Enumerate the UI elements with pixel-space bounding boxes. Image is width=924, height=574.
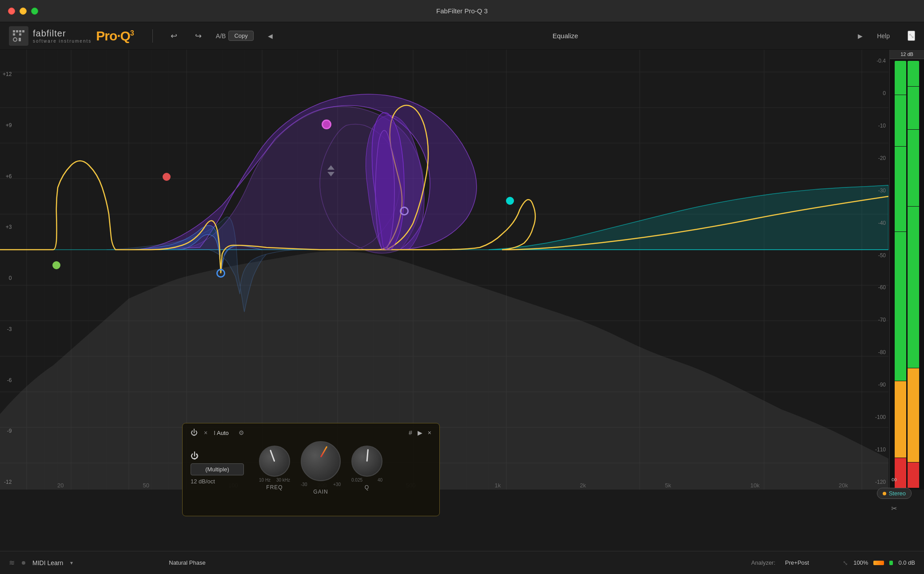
freq-2k: 2k bbox=[580, 482, 586, 489]
analyzer-mode[interactable]: Pre+Post bbox=[785, 559, 809, 566]
band-node-2[interactable] bbox=[163, 173, 171, 181]
arrow-right-button[interactable]: ▶ bbox=[854, 31, 866, 41]
db-label-0: -0.4 bbox=[875, 58, 888, 64]
band-gear-button[interactable]: ⚙ bbox=[239, 429, 244, 436]
window-controls bbox=[8, 8, 38, 15]
copy-button[interactable]: Copy bbox=[228, 31, 253, 41]
expand-button[interactable]: ⤡ bbox=[908, 31, 915, 41]
freq-knob-range: 10 Hz 30 kHz bbox=[259, 478, 290, 482]
meter-left-channel bbox=[895, 61, 906, 488]
stereo-link-icon[interactable]: ∞ bbox=[891, 475, 897, 484]
midi-learn-arrow[interactable]: ▾ bbox=[70, 560, 73, 566]
logo-icon bbox=[9, 26, 28, 46]
meter-right-channel bbox=[908, 61, 919, 488]
logo-text: fabfilter software instruments bbox=[33, 28, 92, 44]
freq-20k: 20k bbox=[839, 482, 848, 489]
maximize-button[interactable] bbox=[31, 8, 38, 15]
db-label-10: -90 bbox=[875, 382, 888, 388]
gain-bar-yellow bbox=[873, 561, 884, 565]
band-node-6[interactable] bbox=[506, 197, 514, 205]
gain-db-m9: -9 bbox=[3, 428, 13, 434]
svg-rect-4 bbox=[19, 33, 21, 36]
stereo-dot bbox=[883, 492, 886, 495]
band-node-5[interactable] bbox=[400, 207, 409, 215]
midi-learn-button[interactable]: MIDI Learn bbox=[32, 559, 63, 566]
q-knob-label: Q bbox=[365, 484, 369, 490]
band-close-icon[interactable]: × bbox=[428, 429, 431, 436]
band-drag-down[interactable] bbox=[327, 172, 335, 176]
gain-knob-range: -30 +30 bbox=[301, 482, 341, 487]
db-label-12: -110 bbox=[875, 446, 888, 453]
toolbar-separator bbox=[152, 29, 153, 43]
eq-area: -0.4 0 -10 -20 -30 -40 -50 -60 -70 -80 -… bbox=[0, 50, 924, 538]
gain-db-m3: -3 bbox=[3, 326, 13, 332]
stereo-text: Stereo bbox=[889, 490, 906, 497]
filter-power-icon[interactable]: ⏻ bbox=[191, 451, 244, 461]
phase-mode-label[interactable]: Natural Phase bbox=[169, 559, 205, 566]
db-label-6: -50 bbox=[875, 252, 888, 259]
gain-db-scale: +12 +9 +6 +3 0 -3 -6 -9 -12 bbox=[3, 68, 13, 489]
waveform-icon: ≋ bbox=[9, 558, 15, 567]
q-knob[interactable] bbox=[351, 446, 382, 477]
db-label-9: -80 bbox=[875, 349, 888, 355]
gain-bar-green bbox=[889, 561, 893, 565]
zoom-level: 100% bbox=[853, 559, 868, 566]
filter-type-label[interactable]: (Multiple) bbox=[191, 463, 244, 475]
gain-knob-container: -30 +30 GAIN bbox=[301, 441, 341, 495]
ab-copy-section: A/B Copy bbox=[216, 31, 254, 41]
svg-rect-7 bbox=[19, 38, 21, 41]
gain-value: 0.0 dB bbox=[898, 559, 915, 566]
undo-button[interactable]: ↩ bbox=[167, 29, 181, 43]
db-label-4: -30 bbox=[875, 187, 888, 194]
band-node-1[interactable] bbox=[52, 261, 60, 269]
logo-brand: fabfilter bbox=[33, 28, 66, 39]
band-x-button[interactable]: × bbox=[204, 429, 207, 436]
auto-label: ⁞ Auto bbox=[214, 430, 229, 436]
resize-icon[interactable]: ⤡ bbox=[843, 559, 848, 566]
stereo-label: Stereo bbox=[877, 488, 912, 499]
arrow-left-button[interactable]: ◀ bbox=[264, 31, 276, 41]
gain-db-0: 0 bbox=[3, 275, 13, 281]
gain-db-3: +3 bbox=[3, 224, 13, 230]
header-toolbar: fabfilter software instruments Pro·Q3 ↩ … bbox=[0, 22, 924, 50]
db-label-1: 0 bbox=[875, 90, 888, 96]
gain-db-12: +12 bbox=[3, 71, 13, 77]
scissors-icon[interactable]: ✂ bbox=[891, 504, 897, 513]
freq-50: 50 bbox=[143, 482, 149, 489]
band-power-button[interactable]: ⏻ bbox=[191, 429, 198, 437]
gain-db-m6: -6 bbox=[3, 377, 13, 383]
window-title: FabFilter Pro-Q 3 bbox=[436, 7, 488, 15]
bottom-bar: ≋ MIDI Learn ▾ Natural Phase Analyzer: P… bbox=[0, 551, 924, 574]
logo-sub: software instruments bbox=[33, 39, 92, 44]
band-node-3[interactable] bbox=[216, 269, 225, 278]
equalize-button[interactable]: Equalize bbox=[553, 32, 578, 40]
level-meter: 12 dB bbox=[889, 50, 924, 490]
title-bar: FabFilter Pro-Q 3 bbox=[0, 0, 924, 22]
db-label-3: -20 bbox=[875, 155, 888, 161]
db-label-8: -70 bbox=[875, 317, 888, 323]
db-label-2: -10 bbox=[875, 123, 888, 129]
freq-20: 20 bbox=[57, 482, 64, 489]
freq-knob[interactable] bbox=[259, 446, 290, 477]
db-label-5: -40 bbox=[875, 220, 888, 226]
gain-knob[interactable] bbox=[301, 441, 341, 481]
close-button[interactable] bbox=[8, 8, 15, 15]
minimize-button[interactable] bbox=[20, 8, 27, 15]
analyzer-label: Analyzer: bbox=[751, 559, 775, 566]
band-hash-icon[interactable]: # bbox=[409, 429, 412, 436]
band-node-4[interactable] bbox=[322, 120, 331, 129]
ab-label: A/B bbox=[216, 32, 226, 40]
panel-right-icons: # ▶ × bbox=[409, 429, 431, 436]
band-play-icon[interactable]: ▶ bbox=[418, 429, 422, 436]
eq-display bbox=[0, 50, 888, 490]
gain-db-9: +9 bbox=[3, 122, 13, 128]
freq-knob-label: FREQ bbox=[266, 484, 283, 490]
panel-top-row: ⏻ × ⁞ Auto ⚙ # ▶ × bbox=[191, 429, 431, 437]
svg-rect-2 bbox=[16, 30, 18, 32]
logo-area: fabfilter software instruments Pro·Q3 bbox=[9, 26, 134, 46]
help-button[interactable]: Help bbox=[877, 32, 890, 40]
redo-button[interactable]: ↪ bbox=[191, 29, 205, 43]
svg-rect-3 bbox=[19, 30, 21, 32]
db-scale: -0.4 0 -10 -20 -30 -40 -50 -60 -70 -80 -… bbox=[875, 54, 888, 489]
band-drag-up[interactable] bbox=[327, 165, 335, 170]
